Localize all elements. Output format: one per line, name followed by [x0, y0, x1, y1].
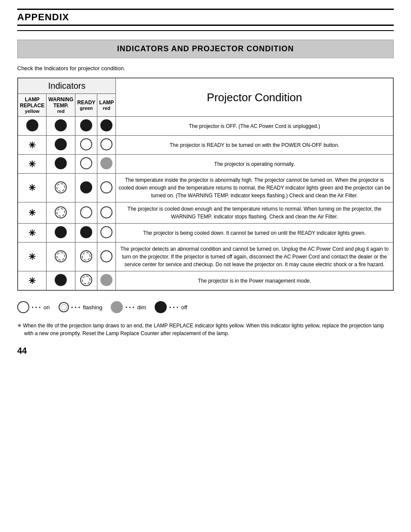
cell-lamp	[97, 271, 116, 291]
icon-empty	[100, 226, 112, 238]
cell-ready	[75, 174, 97, 202]
cell-condition: The projector is in the Power management…	[116, 271, 393, 291]
cell-ready	[75, 243, 97, 271]
cell-lamp	[97, 174, 116, 202]
cell-ready	[75, 155, 97, 174]
cell-ready	[75, 202, 97, 224]
legend-on: • • • on	[17, 301, 50, 313]
legend-dim: • • • dim	[111, 301, 146, 313]
table-row: ✳The temperature inside the projector is…	[18, 174, 393, 202]
icon-star: ✳	[28, 276, 36, 286]
cell-warning-temp	[47, 174, 75, 202]
cell-condition: The projector is operating normally.	[116, 155, 393, 174]
cell-warning-temp	[47, 271, 75, 291]
legend-flashing-label: flashing	[83, 304, 103, 311]
icon-filled	[55, 274, 67, 286]
legend: • • • on • • • flashing • • • dim • • • …	[17, 301, 394, 313]
icon-filled	[100, 119, 112, 131]
icon-star: ✳	[28, 140, 36, 150]
table-row: ✳The projector is operating normally.	[18, 155, 393, 174]
col-ready: READY green	[75, 94, 97, 117]
cell-ready	[75, 117, 97, 136]
legend-flashing: • • • flashing	[59, 302, 103, 312]
cell-lamp	[97, 117, 116, 136]
icon-filled	[80, 181, 92, 193]
page: APPENDIX INDICATORS AND PROJECTOR CONDIT…	[0, 0, 411, 532]
icon-filled	[55, 226, 67, 238]
page-number: 44	[17, 346, 394, 356]
cell-condition: The temperature inside the projector is …	[116, 174, 393, 202]
col-lamp: LAMP red	[97, 94, 116, 117]
legend-dim-label: dim	[137, 304, 146, 311]
col-lamp-replace: LAMPREPLACE yellow	[18, 94, 47, 117]
cell-condition: The projector is cooled down enough and …	[116, 202, 393, 224]
icon-filled	[80, 226, 92, 238]
table-row: ✳The projector is READY to be turned on …	[18, 136, 393, 155]
icon-flashing	[80, 274, 92, 286]
cell-warning-temp	[47, 117, 75, 136]
cell-lamp	[97, 155, 116, 174]
cell-lamp-replace: ✳	[18, 224, 47, 243]
indicators-header: Indicators	[18, 78, 116, 94]
cell-lamp-replace: ✳	[18, 243, 47, 271]
page-header: APPENDIX	[17, 12, 69, 22]
table-row: ✳The projector is in the Power managemen…	[18, 271, 393, 291]
icon-empty	[80, 157, 92, 169]
footnote: ✳ When the life of the projection lamp d…	[17, 322, 394, 337]
header-bar: APPENDIX	[17, 9, 394, 26]
icon-star: ✳	[28, 159, 36, 169]
cell-lamp-replace	[18, 117, 47, 136]
icon-flashing	[55, 206, 67, 218]
icon-filled	[55, 157, 67, 169]
section-title: INDICATORS AND PROJECTOR CONDITION	[117, 44, 294, 53]
icon-star: ✳	[28, 228, 36, 238]
icon-empty	[80, 138, 92, 150]
cell-lamp-replace: ✳	[18, 174, 47, 202]
cell-condition: The projector is READY to be turned on w…	[116, 136, 393, 155]
cell-condition: The projector detects an abnormal condit…	[116, 243, 393, 271]
legend-on-label: on	[44, 304, 50, 311]
cell-lamp	[97, 202, 116, 224]
icon-flashing	[55, 250, 67, 262]
icon-filled	[55, 119, 67, 131]
legend-off-label: off	[181, 304, 187, 311]
cell-warning-temp	[47, 243, 75, 271]
icon-star: ✳	[28, 208, 36, 218]
cell-warning-temp	[47, 155, 75, 174]
divider	[17, 30, 394, 31]
legend-flashing-icon	[59, 302, 69, 312]
section-heading-bar: INDICATORS AND PROJECTOR CONDITION	[17, 40, 394, 58]
indicators-table: Indicators Projector Condition LAMPREPLA…	[17, 78, 394, 291]
cell-lamp-replace: ✳	[18, 155, 47, 174]
icon-flashing	[80, 250, 92, 262]
cell-warning-temp	[47, 202, 75, 224]
icon-flashing	[55, 181, 67, 193]
icon-empty	[100, 181, 112, 193]
cell-condition: The projector is being cooled down. It c…	[116, 224, 393, 243]
cell-condition: The projector is OFF. (The AC Power Cord…	[116, 117, 393, 136]
cell-lamp-replace: ✳	[18, 271, 47, 291]
icon-filled	[55, 138, 67, 150]
cell-lamp	[97, 243, 116, 271]
legend-on-icon	[17, 301, 29, 313]
cell-lamp	[97, 136, 116, 155]
legend-off-icon	[155, 301, 167, 313]
table-row: ✳The projector is being cooled down. It …	[18, 224, 393, 243]
cell-ready	[75, 136, 97, 155]
icon-dim	[100, 274, 112, 286]
icon-filled	[80, 119, 92, 131]
icon-star: ✳	[28, 252, 36, 261]
projector-condition-header: Projector Condition	[116, 78, 393, 117]
cell-lamp-replace: ✳	[18, 136, 47, 155]
cell-ready	[75, 271, 97, 291]
icon-star: ✳	[28, 183, 36, 193]
icon-filled	[26, 119, 38, 131]
cell-lamp	[97, 224, 116, 243]
cell-ready	[75, 224, 97, 243]
legend-off: • • • off	[155, 301, 187, 313]
cell-warning-temp	[47, 224, 75, 243]
icon-dim	[100, 157, 112, 169]
icon-empty	[100, 138, 112, 150]
table-row: The projector is OFF. (The AC Power Cord…	[18, 117, 393, 136]
table-row: ✳The projector detects an abnormal condi…	[18, 243, 393, 271]
